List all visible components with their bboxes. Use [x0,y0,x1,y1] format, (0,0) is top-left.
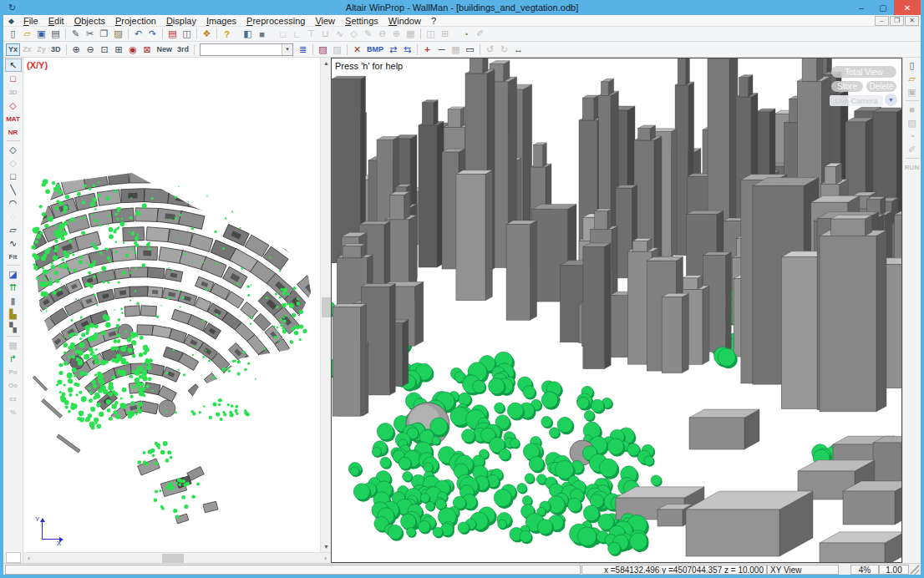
print-icon[interactable]: ▤ [48,28,63,40]
material-button[interactable]: MAT [5,112,22,125]
draw-box-icon[interactable]: ▱ [5,223,22,236]
zoom-off-icon[interactable]: ⊠ [140,43,155,56]
menu-objects[interactable]: Objects [69,15,110,27]
child-minimize-button[interactable]: – [875,16,889,26]
zoom-out-icon[interactable]: ⊖ [84,43,98,56]
hide-objects-icon[interactable]: ✕ [350,43,364,56]
undo-icon[interactable]: ↶ [131,28,145,40]
close-button[interactable]: ✕ [894,0,921,15]
display-icon[interactable]: ▭ [463,43,477,56]
cut-icon[interactable]: ✂ [83,28,97,40]
menu-view[interactable]: View [310,15,340,27]
menu-projection[interactable]: Projection [110,15,161,27]
material-display-icon[interactable]: ▨ [316,43,330,56]
materials-icon[interactable]: ❖ [200,28,214,40]
map-2d-viewport[interactable] [25,160,319,535]
open-project-icon[interactable]: ▱ [904,72,921,85]
draw-polygon-icon[interactable]: ◇ [5,143,22,156]
horizontal-scrollbar[interactable]: ‹ › [23,552,331,563]
delete-button[interactable]: Delete [866,81,896,92]
mark-polygon-icon[interactable]: ◇ [5,99,22,112]
open-icon[interactable]: ▱ [20,28,34,40]
fill-mode-icon[interactable]: ■ [255,28,269,40]
menu-file[interactable]: File [18,15,43,27]
live-camera-field[interactable]: Live Camera [830,95,883,106]
new-icon[interactable]: ▯ [6,28,20,40]
layers-icon[interactable]: ≣ [296,43,310,56]
draw-rectangle-icon[interactable]: □ [5,170,22,183]
redo-icon[interactable]: ↷ [145,28,160,40]
knife-icon[interactable]: ✎ [69,28,83,40]
vertical-scrollbar[interactable]: ▲ ▼ [320,58,331,552]
draw-arc-icon[interactable]: ◠ [5,196,22,210]
draw-ellipse-icon: ◌ [5,210,22,223]
select-icon[interactable]: ↖ [5,58,22,72]
number-button[interactable]: NR [5,125,22,139]
draw-curve-icon[interactable]: ∿ [5,236,22,250]
vertical-scroll-thumb[interactable] [322,297,331,317]
horizontal-scroll-thumb[interactable] [162,554,184,563]
report-icon[interactable]: ▤ [165,28,180,40]
title-bar[interactable]: ↻ Altair WinProp - WallMan - [buildings_… [3,0,921,15]
scale-percent-button: % [5,405,22,418]
zoom-window-icon[interactable]: ⊡ [98,43,112,56]
draw-pencil-icon: ✎ [361,28,375,40]
view-two-pane-icon: ◫ [424,28,438,40]
zoom-in-icon[interactable]: ⊕ [69,43,84,56]
camera-dropdown-button[interactable]: ▼ [885,94,897,106]
menu-settings[interactable]: Settings [340,15,383,27]
maximize-button[interactable]: ▢ [872,0,894,15]
draw-line-icon[interactable]: ╲ [5,183,22,196]
line-style-icon[interactable]: ─ [434,43,449,56]
menu-[interactable]: ? [426,15,441,27]
pan-horizontal-icon[interactable]: ↔ [511,43,525,56]
menu-images[interactable]: Images [201,15,241,27]
child-close-button[interactable]: ✕ [905,16,919,26]
rotate-right-icon: ↻ [497,43,511,56]
modify-height-icon[interactable]: ▚ [5,321,22,334]
bmp-swap-icon[interactable]: ⇄ [386,43,400,56]
timer-icon[interactable]: ◔ [459,28,473,40]
view-xy-button[interactable]: Yx [6,43,20,56]
view-3d-button[interactable]: 3D [48,43,63,56]
copy-icon[interactable]: ❐ [97,28,111,40]
scroll-down-icon[interactable]: ▼ [321,541,331,552]
resize-grip[interactable] [911,565,919,575]
terrain-icon[interactable]: ▙ [5,307,22,321]
menu-display[interactable]: Display [161,15,201,27]
split-window-icon[interactable]: ◧ [241,28,255,40]
scene-3d-viewport[interactable] [332,58,901,562]
bmp-link-icon[interactable]: ⇆ [400,43,414,56]
scroll-right-icon[interactable]: › [320,553,331,563]
view-3d-panel[interactable]: Press 'h' for help Total View Store Dele… [331,58,902,563]
marker-icon[interactable]: + [420,43,434,56]
wall-icon[interactable]: ▮ [5,294,22,307]
help-icon[interactable]: ? [220,28,234,40]
menu-window[interactable]: Window [383,15,426,27]
scroll-left-icon[interactable]: ‹ [23,553,34,563]
menu-edit[interactable]: Edit [43,15,69,27]
child-restore-button[interactable]: ❐ [890,16,904,26]
zoom-new-button[interactable]: New [155,43,175,56]
paste-icon[interactable]: ▨ [111,28,125,40]
convert-icon[interactable]: ◪ [5,267,22,281]
zoom-extents-icon[interactable]: ⊞ [112,43,126,56]
menu-preprocessing[interactable]: Preprocessing [241,15,310,27]
view-2d-panel[interactable]: (X/Y) Y X ▲ ▼ ‹ › [23,58,331,563]
selection-combo[interactable]: ▾ [200,43,293,56]
total-view-button[interactable]: Total View [831,66,896,78]
preview-icon[interactable]: ◫ [180,28,194,40]
zoom-point-icon[interactable]: ◉ [126,43,140,56]
save-icon[interactable]: ▣ [34,28,48,40]
bmp-export-button[interactable]: BMP [364,43,386,56]
scroll-up-icon[interactable]: ▲ [321,58,331,68]
store-button[interactable]: Store [831,81,863,92]
new-project-icon[interactable]: ▯ [904,58,921,72]
vegetation-icon[interactable]: ⇈ [5,281,22,294]
fit-button[interactable]: Fit [5,250,22,263]
zoom-3rd-button[interactable]: 3rd [175,43,191,56]
minimize-button[interactable]: – [850,0,872,15]
chevron-down-icon[interactable]: ▾ [282,44,292,55]
mark-rect-icon[interactable]: □ [5,72,22,85]
convert-arrow-icon[interactable]: ↱ [5,352,22,365]
